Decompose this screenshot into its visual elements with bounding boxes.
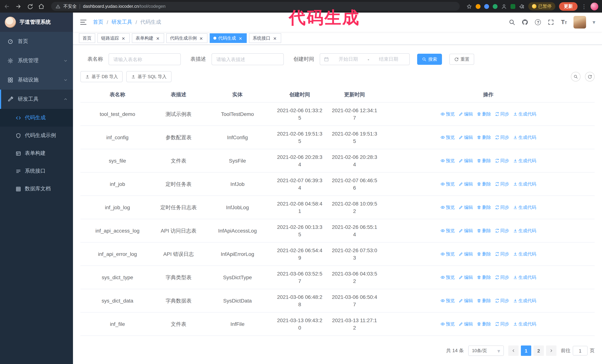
row-action-preview[interactable]: 预览	[440, 273, 455, 281]
extensions-puzzle-icon[interactable]	[519, 3, 525, 9]
row-action-generate[interactable]: 生成代码	[513, 180, 536, 187]
row-action-sync[interactable]: 同步	[495, 203, 509, 211]
fullscreen-icon[interactable]	[548, 19, 554, 26]
row-action-generate[interactable]: 生成代码	[513, 157, 536, 164]
reset-button[interactable]: 重置	[449, 54, 474, 65]
row-action-edit[interactable]: 编辑	[458, 110, 473, 118]
row-action-delete[interactable]: 删除	[477, 203, 491, 211]
sidebar-item-home[interactable]: 首页	[0, 32, 73, 51]
extension-icon[interactable]	[493, 4, 497, 9]
github-icon[interactable]	[522, 19, 528, 26]
import-sql-button[interactable]: 基于 SQL 导入	[127, 71, 171, 82]
extension-icon[interactable]	[476, 4, 481, 9]
caret-down-icon[interactable]: ▾	[592, 19, 595, 25]
row-action-sync[interactable]: 同步	[495, 110, 509, 118]
import-db-button[interactable]: 基于 DB 导入	[80, 71, 123, 82]
page-size-select[interactable]: 10条/页 ▾	[468, 345, 504, 356]
row-action-delete[interactable]: 删除	[477, 157, 491, 164]
row-action-preview[interactable]: 预览	[440, 297, 455, 304]
row-action-delete[interactable]: 删除	[477, 250, 491, 258]
sidebar-subitem-codegen-demo[interactable]: 代码生成示例	[0, 127, 73, 145]
tab-form-builder[interactable]: 表单构建 ×	[132, 33, 164, 43]
row-action-edit[interactable]: 编辑	[458, 134, 473, 141]
close-icon[interactable]: ×	[199, 36, 204, 41]
back-icon[interactable]	[4, 3, 10, 10]
row-action-generate[interactable]: 生成代码	[513, 273, 536, 281]
prev-page-button[interactable]	[508, 345, 519, 356]
row-action-sync[interactable]: 同步	[495, 227, 509, 234]
create-time-range-picker[interactable]: 开始日期 - 结束日期	[320, 53, 410, 65]
row-action-generate[interactable]: 生成代码	[513, 110, 536, 118]
font-size-icon[interactable]: TT	[561, 19, 567, 26]
page-button-2[interactable]: 2	[533, 345, 544, 356]
close-icon[interactable]: ×	[238, 36, 243, 41]
hamburger-icon[interactable]	[80, 19, 87, 26]
row-action-preview[interactable]: 预览	[440, 180, 455, 187]
row-action-sync[interactable]: 同步	[495, 250, 509, 258]
browser-avatar[interactable]	[591, 2, 598, 10]
close-icon[interactable]: ×	[155, 36, 161, 41]
row-action-edit[interactable]: 编辑	[458, 227, 473, 234]
row-action-preview[interactable]: 预览	[440, 203, 455, 211]
menu-dots-icon[interactable]: ⋮	[581, 3, 587, 9]
close-icon[interactable]: ×	[121, 36, 126, 41]
bookmark-star-icon[interactable]	[466, 3, 472, 9]
goto-page-input[interactable]	[573, 346, 588, 355]
sidebar-item-devtools[interactable]: 研发工具	[0, 90, 73, 109]
table-desc-input[interactable]	[212, 53, 284, 65]
help-icon[interactable]: ?	[535, 19, 541, 26]
forward-icon[interactable]	[15, 3, 22, 10]
search-icon[interactable]	[509, 19, 516, 26]
sidebar-subitem-system-api[interactable]: 系统接口	[0, 162, 73, 180]
row-action-generate[interactable]: 生成代码	[513, 297, 536, 304]
sidebar-item-system[interactable]: 系统管理	[0, 51, 73, 70]
row-action-generate[interactable]: 生成代码	[513, 134, 536, 141]
paused-badge[interactable]: 已暂停	[528, 2, 555, 10]
row-action-preview[interactable]: 预览	[440, 134, 455, 141]
row-action-delete[interactable]: 删除	[477, 227, 491, 234]
user-avatar[interactable]	[574, 16, 586, 29]
profiles-user-icon[interactable]	[501, 3, 507, 9]
row-action-delete[interactable]: 删除	[477, 180, 491, 187]
row-action-edit[interactable]: 编辑	[458, 180, 473, 187]
reload-icon[interactable]	[27, 3, 33, 10]
row-action-delete[interactable]: 删除	[477, 110, 491, 118]
row-action-sync[interactable]: 同步	[495, 134, 509, 141]
row-action-preview[interactable]: 预览	[440, 250, 455, 258]
row-action-delete[interactable]: 删除	[477, 320, 491, 328]
update-button[interactable]: 更新	[559, 2, 578, 10]
row-action-edit[interactable]: 编辑	[458, 297, 473, 304]
extension-icon[interactable]	[484, 4, 489, 9]
page-button-1[interactable]: 1	[521, 345, 531, 356]
refresh-table-button[interactable]	[585, 72, 595, 82]
sidebar-subitem-form-builder[interactable]: 表单构建	[0, 145, 73, 162]
sidebar-subitem-db-doc[interactable]: 数据库文档	[0, 180, 73, 198]
row-action-sync[interactable]: 同步	[495, 273, 509, 281]
row-action-sync[interactable]: 同步	[495, 180, 509, 187]
tab-tracer[interactable]: 链路追踪 ×	[97, 33, 130, 43]
toggle-search-button[interactable]	[571, 72, 580, 82]
row-action-delete[interactable]: 删除	[477, 297, 491, 304]
row-action-preview[interactable]: 预览	[440, 110, 455, 118]
row-action-edit[interactable]: 编辑	[458, 157, 473, 164]
sidebar-subitem-codegen[interactable]: 代码生成	[0, 109, 73, 127]
search-button[interactable]: 搜索	[417, 54, 442, 65]
app-logo[interactable]: 芋道管理系统	[0, 13, 73, 32]
row-action-edit[interactable]: 编辑	[458, 203, 473, 211]
tab-system-api[interactable]: 系统接口 ×	[249, 33, 281, 43]
sidebar-item-infra[interactable]: 基础设施	[0, 70, 73, 90]
tab-codegen-demo[interactable]: 代码生成示例 ×	[166, 33, 207, 43]
row-action-edit[interactable]: 编辑	[458, 320, 473, 328]
row-action-sync[interactable]: 同步	[495, 157, 509, 164]
tab-home[interactable]: 首页	[79, 33, 95, 43]
breadcrumb-item[interactable]: 研发工具	[111, 19, 132, 26]
browser-home-icon[interactable]	[38, 3, 44, 10]
row-action-delete[interactable]: 删除	[477, 134, 491, 141]
table-name-input[interactable]	[108, 53, 181, 65]
row-action-delete[interactable]: 删除	[477, 273, 491, 281]
row-action-preview[interactable]: 预览	[440, 227, 455, 234]
extension-icon[interactable]	[510, 4, 515, 9]
row-action-generate[interactable]: 生成代码	[513, 320, 536, 328]
close-icon[interactable]: ×	[272, 36, 278, 41]
row-action-edit[interactable]: 编辑	[458, 273, 473, 281]
